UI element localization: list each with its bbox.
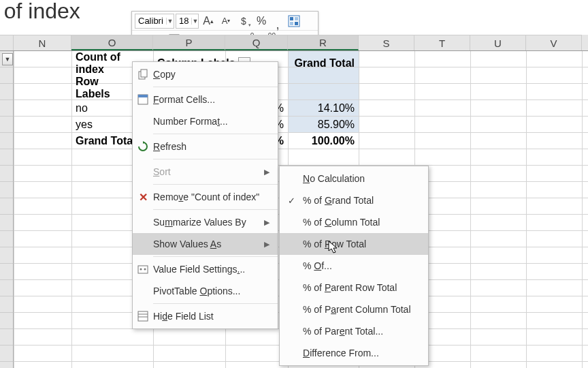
check-icon: ✓ <box>280 196 303 206</box>
submenu-item[interactable]: % of Parent Column Total <box>280 298 428 320</box>
svg-rect-2 <box>295 17 298 20</box>
cell: 14.10% <box>288 100 359 117</box>
svg-rect-13 <box>141 70 147 77</box>
column-header[interactable]: R <box>288 35 359 50</box>
cell: 100.00% <box>288 133 359 149</box>
menu-sort: Sort ▶ <box>133 161 278 183</box>
column-header[interactable]: Q <box>225 35 288 50</box>
show-values-as-submenu: No Calculation✓% of Grand Total% of Colu… <box>279 166 429 366</box>
menu-refresh[interactable]: Refresh <box>133 136 278 157</box>
svg-rect-4 <box>295 22 298 25</box>
font-name: Calibri <box>135 16 166 26</box>
submenu-label: No Calculation <box>303 173 365 184</box>
menu-hide-field-list[interactable]: Hide Field List <box>133 305 278 327</box>
submenu-label: Difference From... <box>303 348 379 358</box>
font-size-combo[interactable]: 18▼ <box>176 14 199 29</box>
decrease-font-icon[interactable]: A▾ <box>218 14 234 29</box>
svg-rect-16 <box>138 266 148 273</box>
column-header[interactable]: P <box>153 35 225 50</box>
submenu-item[interactable]: Difference From... <box>280 342 428 364</box>
menu-show-values-as[interactable]: Show Values As ▶ <box>133 233 278 255</box>
filter-dropdown-icon[interactable]: ▼ <box>2 53 13 65</box>
submenu-label: % of Column Total <box>303 217 380 228</box>
cell: 85.90% <box>288 117 359 133</box>
svg-point-17 <box>140 269 142 271</box>
submenu-item[interactable]: % of Row Total <box>280 233 428 255</box>
submenu-label: % Of... <box>303 260 332 271</box>
submenu-item[interactable]: % Of... <box>280 255 428 277</box>
chevron-right-icon: ▶ <box>264 218 272 227</box>
submenu-item[interactable]: % of Parent Row Total <box>280 277 428 298</box>
menu-remove-field[interactable]: ✕ Remove "Count of index" <box>133 186 278 208</box>
menu-format-cells[interactable]: Format Cells... <box>133 89 278 110</box>
column-header[interactable]: T <box>414 35 470 50</box>
submenu-item[interactable]: % of Parent Total... <box>280 320 428 342</box>
copy-icon <box>133 69 153 80</box>
context-menu: Copy Format Cells... Number Format... Re… <box>132 61 278 329</box>
submenu-label: % of Parent Column Total <box>303 304 411 315</box>
svg-rect-19 <box>138 311 148 321</box>
column-header[interactable]: U <box>470 35 526 50</box>
accounting-format-icon[interactable]: $▾ <box>235 14 252 29</box>
percent-format-icon[interactable]: % <box>253 14 270 29</box>
submenu-label: % of Row Total <box>303 239 366 249</box>
chevron-down-icon: ▼ <box>166 18 174 25</box>
menu-copy[interactable]: Copy <box>133 63 278 85</box>
row-headers <box>0 51 14 368</box>
submenu-label: % of Grand Total <box>303 195 374 206</box>
remove-icon: ✕ <box>133 191 153 204</box>
chevron-down-icon: ▼ <box>191 18 198 25</box>
submenu-item[interactable]: ✓% of Grand Total <box>280 189 428 211</box>
settings-icon <box>133 264 153 275</box>
comma-format-icon[interactable]: , <box>271 14 284 29</box>
column-header[interactable]: N <box>14 35 71 50</box>
format-cells-icon <box>133 94 153 105</box>
submenu-label: % of Parent Total... <box>303 326 383 337</box>
svg-rect-3 <box>290 22 293 25</box>
menu-value-field-settings[interactable]: Value Field Settings... <box>133 258 278 280</box>
conditional-format-icon[interactable] <box>286 14 302 29</box>
submenu-item[interactable]: No Calculation <box>280 168 428 189</box>
page-title-fragment: t of index <box>0 0 80 24</box>
column-header[interactable]: V <box>526 35 582 50</box>
font-combo[interactable]: Calibri▼ <box>135 14 174 29</box>
svg-rect-1 <box>290 17 293 20</box>
field-list-icon <box>133 311 153 322</box>
submenu-item[interactable]: % of Column Total <box>280 211 428 233</box>
column-headers: NOPQRSTUV <box>0 35 588 51</box>
grand-total-header: Grand Total <box>288 51 359 76</box>
chevron-right-icon: ▶ <box>264 168 272 177</box>
menu-pivottable-options[interactable]: PivotTable Options... <box>133 280 278 302</box>
chevron-right-icon: ▶ <box>264 240 272 249</box>
column-header[interactable]: S <box>359 35 414 50</box>
menu-summarize-values-by[interactable]: Summarize Values By ▶ <box>133 211 278 233</box>
font-size: 18 <box>176 16 191 26</box>
svg-point-18 <box>144 269 146 271</box>
refresh-icon <box>133 141 153 152</box>
submenu-label: % of Parent Row Total <box>303 282 397 293</box>
menu-number-format[interactable]: Number Format... <box>133 110 278 132</box>
column-header[interactable]: O <box>71 35 153 50</box>
svg-rect-15 <box>138 95 148 97</box>
increase-font-icon[interactable]: A▴ <box>200 14 216 29</box>
